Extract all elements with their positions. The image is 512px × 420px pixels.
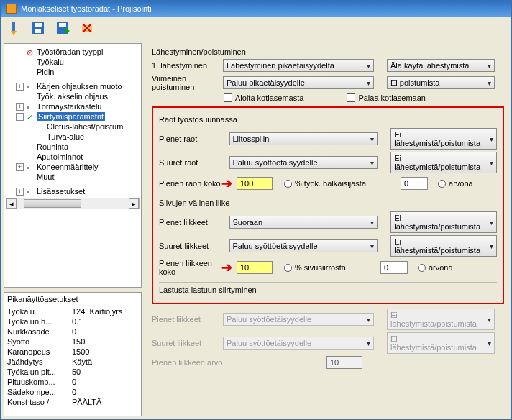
chevron-down-icon xyxy=(485,315,491,324)
small-moves2-mode-select: Ei lähestymistä/poistumista xyxy=(387,309,495,330)
collapse-icon[interactable]: − xyxy=(16,113,24,121)
tool-button-1[interactable] xyxy=(5,19,22,37)
title-bar: Moniakseliset työstöradat - Projisointi xyxy=(1,1,511,17)
small-moves-mode-select[interactable]: Ei lähestymistä/poistumista xyxy=(390,211,497,233)
last-retract-label: Viimeinen poistuminen xyxy=(152,74,220,91)
quick-row[interactable]: Syöttö150 xyxy=(4,337,141,347)
start-home-checkbox[interactable]: Aloita kotiasemasta xyxy=(224,93,303,102)
small-gap-size-input[interactable] xyxy=(237,177,273,190)
gaps-group-title: Raot työstösuunnassa xyxy=(159,115,497,124)
tree-item-rough[interactable]: Rouhinta xyxy=(6,142,140,152)
small-moves2-label: Pienet liikkeet xyxy=(152,315,220,324)
tree-item-tool[interactable]: Työkalu xyxy=(6,57,140,67)
return-home-checkbox[interactable]: Palaa kotiasemaan xyxy=(347,93,426,102)
small-move-size-input[interactable] xyxy=(237,261,273,274)
small-move-value-label: Pienen liikkeen arvo xyxy=(152,358,234,367)
chevron-down-icon xyxy=(487,134,493,143)
small-gaps-select[interactable]: Liitosspliini xyxy=(229,132,378,145)
tree-item-holder[interactable]: Pidin xyxy=(6,67,140,77)
large-moves-mode-select[interactable]: Ei lähestymistä/poistumista xyxy=(390,235,497,257)
slices-group-title: Siivujen välinen liike xyxy=(159,198,497,207)
svg-rect-0 xyxy=(12,22,15,31)
chevron-down-icon xyxy=(367,158,374,167)
large-gaps-label: Suuret raot xyxy=(159,158,227,167)
expand-icon[interactable]: + xyxy=(16,163,24,171)
first-approach-mode-select[interactable]: Älä käytä lähestymistä xyxy=(387,59,495,72)
tree-item-default[interactable]: Oletus-lähest/poistum xyxy=(6,122,140,132)
first-approach-select[interactable]: Lähestyminen pikaetäisyydeltä xyxy=(223,59,374,72)
app-icon xyxy=(6,4,17,14)
small-move-value-input xyxy=(326,356,362,369)
small-move-size-label: Pienen liikkeen koko xyxy=(159,259,227,276)
large-gaps-select[interactable]: Paluu syöttöetäisyydelle xyxy=(229,156,378,169)
tree-item-other[interactable]: Muut xyxy=(6,172,140,182)
quick-row[interactable]: Työkalun pit...50 xyxy=(4,367,141,377)
expand-icon[interactable]: + xyxy=(16,83,24,91)
save-button[interactable] xyxy=(29,19,47,37)
expand-icon[interactable]: + xyxy=(16,103,24,111)
quick-row[interactable]: Nurkkasäde0 xyxy=(4,327,141,337)
save-alt-button[interactable] xyxy=(54,19,71,37)
gap-value-input[interactable] xyxy=(401,177,428,190)
chevron-down-icon xyxy=(485,339,491,347)
tree-item-aux[interactable]: Aputoiminnot xyxy=(6,152,140,162)
large-moves-select[interactable]: Paluu syöttöetäisyydelle xyxy=(229,239,378,252)
highlight-box: Raot työstösuunnassa Pienet raot Liitoss… xyxy=(152,106,504,304)
large-moves2-mode-select: Ei lähestymistä/poistumista xyxy=(387,332,495,354)
quick-row[interactable]: Konst taso /PÄÄLTÄ xyxy=(4,397,141,407)
small-moves-label: Pienet liikkeet xyxy=(159,218,227,227)
first-approach-label: 1. lähestyminen xyxy=(152,61,220,70)
move-percent-radio[interactable]: % sivusiirrosta xyxy=(284,263,346,272)
chevron-down-icon xyxy=(487,242,493,250)
chevron-down-icon xyxy=(485,61,491,70)
tree-item-collision[interactable]: +Törmäystarkastelu xyxy=(6,101,140,111)
move-value-radio[interactable]: arvona xyxy=(418,263,453,272)
quick-row[interactable]: Karanopeus1500 xyxy=(4,347,141,357)
check-icon xyxy=(27,113,34,120)
expand-icon[interactable]: + xyxy=(16,188,24,196)
tree-item-advanced[interactable]: +Lisäasetukset xyxy=(6,186,140,196)
tree-item-machine[interactable]: +Koneenmäärittely xyxy=(6,162,140,172)
small-gaps-mode-select[interactable]: Ei lähestymistä/poistumista xyxy=(390,128,497,150)
quick-row[interactable]: Sädekompe...0 xyxy=(4,387,141,397)
delete-button[interactable] xyxy=(78,19,96,37)
tree-item-type[interactable]: Työstöradan tyyppi xyxy=(6,47,140,57)
chevron-down-icon xyxy=(364,78,370,87)
last-retract-mode-select[interactable]: Ei poistumista xyxy=(387,76,495,89)
quick-list[interactable]: Työkalu124. Kartiojyrs Työkalun h...0.1 … xyxy=(4,306,141,416)
svg-marker-1 xyxy=(11,31,17,35)
arrow-right-icon: ➔ xyxy=(221,260,232,275)
chevron-down-icon xyxy=(364,315,370,324)
quick-row[interactable]: Pituuskomp...0 xyxy=(4,377,141,387)
gap-percent-radio[interactable]: % työk. halkaisijasta xyxy=(284,179,366,188)
toolbar xyxy=(1,17,511,40)
tree-hscroll[interactable]: ◂▸ xyxy=(6,198,140,209)
move-value-input[interactable] xyxy=(380,261,408,274)
small-moves-select[interactable]: Suoraan xyxy=(229,216,378,229)
window-title: Moniakseliset työstöradat - Projisointi xyxy=(21,4,152,13)
large-moves2-select: Paluu syöttöetäisyydelle xyxy=(223,337,374,350)
nav-tree[interactable]: Työstöradan tyyppi Työkalu Pidin +Kärjen… xyxy=(4,43,142,288)
svg-rect-4 xyxy=(35,29,41,33)
chevron-down-icon xyxy=(367,134,374,143)
quick-settings: Pikanäyttöasetukset Työkalu124. Kartiojy… xyxy=(4,292,142,416)
tree-item-tip[interactable]: +Kärjen ohjauksen muoto xyxy=(6,81,140,91)
tree-item-linking[interactable]: −Siirtymisparametrit xyxy=(6,111,140,122)
cut-to-cut-title: Lastusta lastuun siirtyminen xyxy=(159,282,497,294)
small-gaps-label: Pienet raot xyxy=(159,134,227,143)
chevron-down-icon xyxy=(367,242,374,250)
quick-row[interactable]: Työkalun h...0.1 xyxy=(4,316,141,327)
quick-row[interactable]: JäähdytysKäytä xyxy=(4,357,141,367)
svg-rect-6 xyxy=(59,23,66,27)
quick-row[interactable]: Työkalu124. Kartiojyrs xyxy=(4,306,141,316)
tree-item-axis[interactable]: Työk. akselin ohjaus xyxy=(6,91,140,101)
gap-value-radio[interactable]: arvona xyxy=(438,179,473,188)
small-moves2-select: Paluu syöttöetäisyydelle xyxy=(223,313,374,326)
chevron-down-icon xyxy=(487,218,493,227)
chevron-down-icon xyxy=(367,218,374,227)
last-retract-select[interactable]: Paluu pikaetäisyydelle xyxy=(223,76,374,89)
small-gap-size-label: Pienen raon koko xyxy=(159,179,227,188)
tree-item-safezone[interactable]: Turva-alue xyxy=(6,132,140,142)
large-gaps-mode-select[interactable]: Ei lähestymistä/poistumista xyxy=(390,152,497,173)
chevron-down-icon xyxy=(364,339,370,347)
